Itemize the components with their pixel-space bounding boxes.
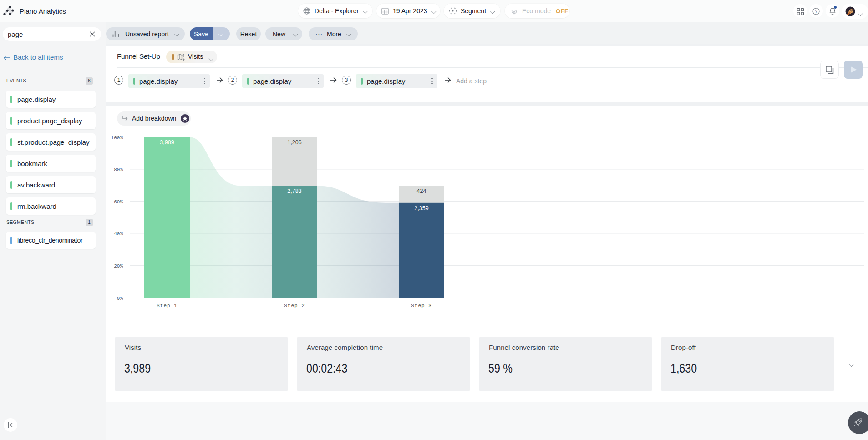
svg-text:Step 1: Step 1 bbox=[157, 303, 178, 309]
svg-text:2,783: 2,783 bbox=[287, 188, 301, 194]
svg-text:80%: 80% bbox=[114, 167, 123, 172]
svg-text:Step 3: Step 3 bbox=[411, 303, 432, 309]
svg-text:3,989: 3,989 bbox=[160, 139, 174, 146]
svg-text:20%: 20% bbox=[114, 263, 123, 269]
svg-text:?: ? bbox=[815, 9, 817, 14]
svg-text:1,206: 1,206 bbox=[287, 139, 301, 146]
svg-text:100%: 100% bbox=[111, 135, 123, 141]
svg-text:2,359: 2,359 bbox=[414, 205, 428, 212]
svg-text:Step 2: Step 2 bbox=[284, 303, 305, 309]
svg-text:0%: 0% bbox=[117, 296, 123, 301]
svg-text:60%: 60% bbox=[114, 199, 123, 205]
svg-text:40%: 40% bbox=[114, 231, 123, 237]
svg-text:424: 424 bbox=[417, 188, 426, 194]
